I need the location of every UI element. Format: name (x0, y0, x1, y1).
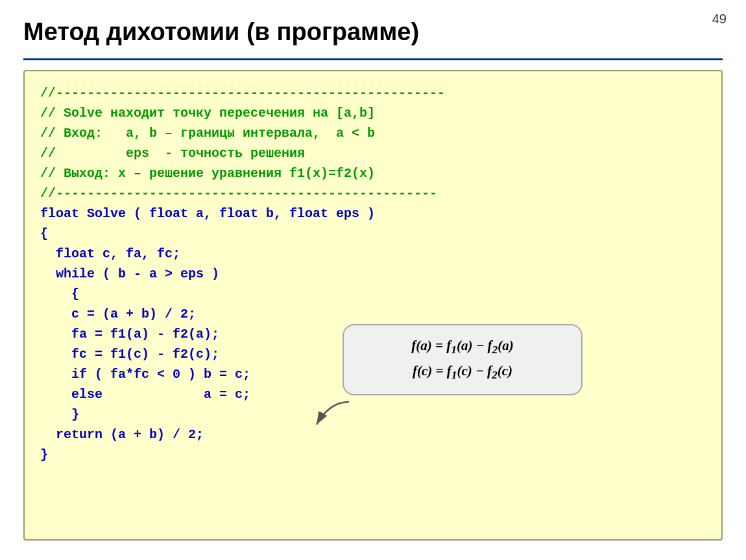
formula-box: f(a) = f1(a) − f2(a) f(c) = f1(c) − f2(c… (343, 324, 583, 395)
code-comment-6: //--------------------------------------… (40, 183, 706, 204)
code-line-11: } (40, 404, 706, 425)
code-comment-1: //--------------------------------------… (40, 83, 706, 103)
code-line-5: { (40, 284, 706, 304)
code-block: //--------------------------------------… (23, 70, 723, 541)
code-line-4: while ( b - a > eps ) (40, 264, 706, 284)
code-comment-4: // eps - точность решения (40, 143, 706, 163)
formula-line-2: f(c) = f1(c) − f2(c) (358, 360, 567, 385)
slide-title: Метод дихотомии (в программе) (23, 18, 419, 46)
code-comment-3: // Вход: a, b – границы интервала, a < b (40, 123, 706, 143)
code-comment-5: // Выход: x – решение уравнения f1(x)=f2… (40, 163, 706, 183)
page-number: 49 (712, 12, 727, 27)
code-line-12: return (a + b) / 2; (40, 425, 706, 445)
code-comment-2: // Solve находит точку пересечения на [a… (40, 103, 706, 123)
code-line-3: float c, fa, fc; (40, 244, 706, 264)
title-underline (23, 58, 723, 60)
code-line-1: float Solve ( float a, float b, float ep… (40, 204, 706, 224)
formula-line-1: f(a) = f1(a) − f2(a) (358, 334, 567, 360)
code-line-13: } (40, 445, 706, 465)
code-line-6: c = (a + b) / 2; (40, 304, 706, 324)
formula-arrow (304, 395, 355, 434)
code-line-2: { (40, 224, 706, 244)
